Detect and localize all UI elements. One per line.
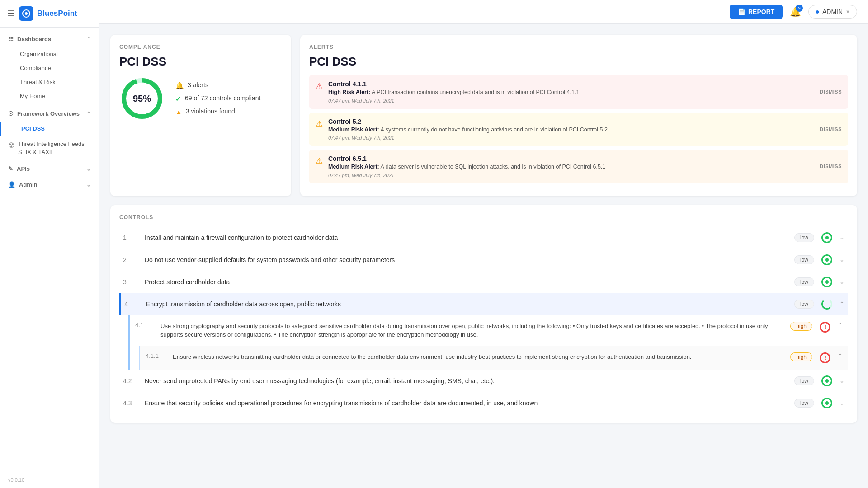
framework-icon: ☉ [8,110,14,117]
chevron-up-icon-fw: ⌃ [86,111,91,117]
compliance-section-title: COMPLIANCE [119,44,282,50]
control-status-1 [821,232,832,243]
control-desc-43: Ensure that security policies and operat… [145,399,787,407]
control-desc-42: Never send unprotected PANs by end user … [145,377,787,385]
control-num-2: 2 [123,256,137,263]
sidebar-header: ☰ BluesPoint [0,0,99,28]
subcontrol-row-41: 4.1 Use strong cryptography and security… [130,315,848,346]
chevron-down-1[interactable]: ⌄ [840,234,844,241]
grid-icon: ☷ [8,36,14,42]
dismiss-button-1[interactable]: DISMISS [820,89,842,94]
dismiss-button-3[interactable]: DISMISS [820,164,842,169]
logo-icon [19,6,33,21]
chevron-up-4[interactable]: ⌃ [840,300,844,307]
sidebar-item-organizational[interactable]: Organizational [0,47,99,61]
sidebar-item-compliance[interactable]: Compliance [0,61,99,75]
topbar: 📄 REPORT 🔔 9 ● ADMIN ▼ [99,0,868,24]
threat-icon: ☢ [8,141,14,150]
svg-point-1 [25,12,28,15]
content-area: COMPLIANCE PCI DSS 95% [99,24,868,488]
control-num-3: 3 [123,278,137,286]
control-row-42: 4.2 Never send unprotected PANs by end u… [119,370,848,392]
chevron-down-2[interactable]: ⌄ [840,256,844,263]
controls-section: CONTROLS 1 Install and maintain a firewa… [110,205,857,423]
control-row-43: 4.3 Ensure that security policies and op… [119,392,848,414]
alert-time-1: 07:47 pm, Wed July 7th, 2021 [328,98,810,103]
sidebar-item-framework-overviews[interactable]: ☉ Framework Overviews ⌃ [0,106,99,122]
control-row-3: 3 Protect stored cardholder data low ⌄ [119,271,848,293]
sidebar-nav: ☷ Dashboards ⌃ Organizational Compliance… [0,28,99,472]
main-area: 📄 REPORT 🔔 9 ● ADMIN ▼ COMPLIANCE PCI DS… [99,0,868,488]
alert-time-2: 07:47 pm, Wed July 7th, 2021 [328,135,810,141]
alert-medium-icon-1: ⚠ [316,119,323,129]
control-badge-4: low [794,300,814,309]
violations-stat: ▲ 3 violations found [175,108,260,116]
sidebar-item-my-home[interactable]: My Home [0,89,99,103]
alert-control-3: Control 6.5.1 [328,155,810,162]
control-row-4: 4 Encrypt transmission of cardholder dat… [119,293,848,315]
api-icon: ✎ [8,165,13,172]
chevron-up-41[interactable]: ⌃ [838,322,843,328]
chevron-up-411[interactable]: ⌃ [838,352,843,359]
chevron-down-42[interactable]: ⌄ [840,377,844,384]
alert-high-icon: ⚠ [316,81,323,91]
chevron-down-3[interactable]: ⌄ [840,278,844,285]
alerts-panel: ALERTS PCI DSS ⚠ Control 4.1.1 High Risk… [300,35,857,196]
alert-time-3: 07:47 pm, Wed July 7th, 2021 [328,173,810,178]
alert-content-3: Control 6.5.1 Medium Risk Alert: A data … [328,155,810,178]
user-circle-icon: ● [815,8,820,16]
compliance-donut: 95% [119,76,165,121]
notification-badge: 9 [796,5,803,12]
controls-section-title: CONTROLS [119,214,848,221]
control-desc-2: Do not use vendor-supplied defaults for … [145,256,787,263]
alerts-stat: 🔔 3 alerts [175,81,260,90]
control-status-2 [821,254,832,265]
alert-desc-3: Medium Risk Alert: A data server is vuln… [328,163,810,171]
admin-menu[interactable]: ● ADMIN ▼ [808,5,857,19]
subsubcontrol-row-411: 4.1.1 Ensure wireless networks transmitt… [139,346,848,370]
control-num-4: 4 [124,300,139,308]
version-label: v0.0.10 [0,472,99,488]
alert-item-medium-1: ⚠ Control 5.2 Medium Risk Alert: 4 syste… [309,113,848,146]
control-badge-1: low [794,233,814,242]
hamburger-icon[interactable]: ☰ [7,9,14,19]
alert-item-high: ⚠ Control 4.1.1 High Risk Alert: A PCI t… [309,75,848,109]
sidebar-item-threat-intel[interactable]: ☢ Threat Intelligence Feeds STIX & TAXII [0,136,99,161]
subsubcontrol-num-411: 4.1.1 [146,352,165,359]
sidebar-item-threat-risk[interactable]: Threat & Risk [0,75,99,89]
notification-bell[interactable]: 🔔 9 [790,6,801,17]
subsubcontrol-badge-411: high [790,352,812,361]
control-num-43: 4.3 [123,399,137,407]
compliance-percentage: 95% [133,94,151,104]
alert-content-1: Control 4.1.1 High Risk Alert: A PCI tra… [328,80,810,103]
control-badge-43: low [794,399,814,408]
control-status-42 [821,375,832,386]
chevron-down-43[interactable]: ⌄ [840,399,844,406]
chevron-up-icon: ⌃ [86,36,91,42]
sidebar-item-dashboards[interactable]: ☷ Dashboards ⌃ [0,31,99,47]
chevron-down-icon-api: ⌄ [86,166,91,172]
subsubcontrol-status-411: ! [820,352,830,363]
chevron-down-icon-admin: ⌄ [86,182,91,188]
controls-stat: ✔ 69 of 72 controls compliant [175,94,260,103]
alerts-framework-name: PCI DSS [309,55,848,69]
alert-control-2: Control 5.2 [328,118,810,125]
subsubcontrol-desc-411: Ensure wireless networks transmitting ca… [173,352,783,361]
admin-icon: 👤 [8,181,15,188]
alert-control-1: Control 4.1.1 [328,80,810,88]
report-button[interactable]: 📄 REPORT [730,5,783,19]
alert-desc-2: Medium Risk Alert: 4 systems currently d… [328,126,810,134]
sidebar-item-admin[interactable]: 👤 Admin ⌄ [0,177,99,192]
sidebar-item-apis[interactable]: ✎ APIs ⌄ [0,161,99,177]
chevron-down-icon-admin-top: ▼ [845,9,850,14]
alert-medium-icon-2: ⚠ [316,156,323,166]
compliance-body: 95% 🔔 3 alerts ✔ 69 of 72 controls compl… [119,76,282,121]
control-desc-4: Encrypt transmission of cardholder data … [146,300,787,308]
control-badge-2: low [794,255,814,264]
top-panels: COMPLIANCE PCI DSS 95% [110,35,857,196]
dismiss-button-2[interactable]: DISMISS [820,127,842,132]
sidebar-item-pci-dss[interactable]: PCI DSS [0,122,99,136]
control-desc-3: Protect stored cardholder data [145,278,787,286]
compliance-stats: 🔔 3 alerts ✔ 69 of 72 controls compliant… [175,81,260,116]
control-badge-42: low [794,376,814,385]
